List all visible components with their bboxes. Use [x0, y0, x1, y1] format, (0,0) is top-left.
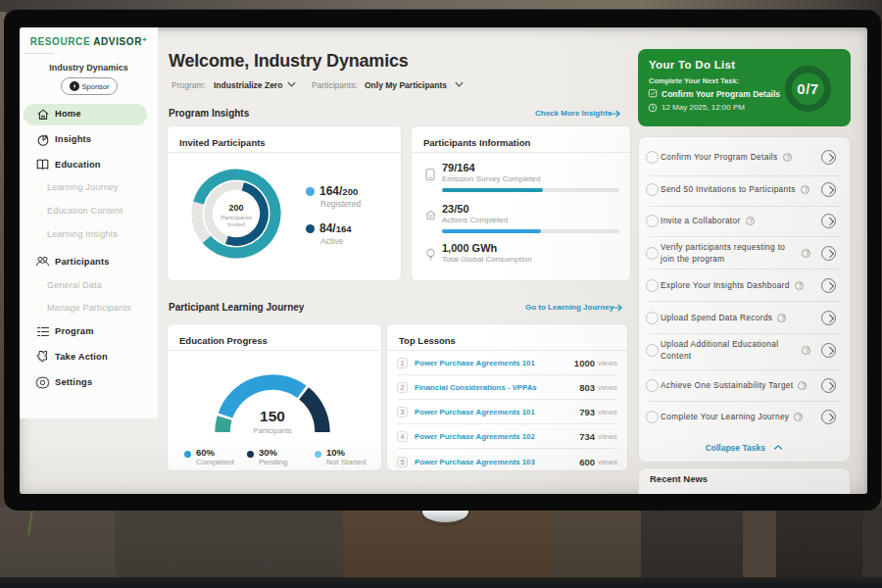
svg-text:Participants: Participants: [220, 215, 251, 220]
svg-text:200: 200: [228, 203, 243, 213]
svg-text:Participants: Participants: [253, 426, 291, 435]
svg-text:Invited: Invited: [227, 221, 245, 227]
svg-text:150: 150: [260, 408, 285, 424]
